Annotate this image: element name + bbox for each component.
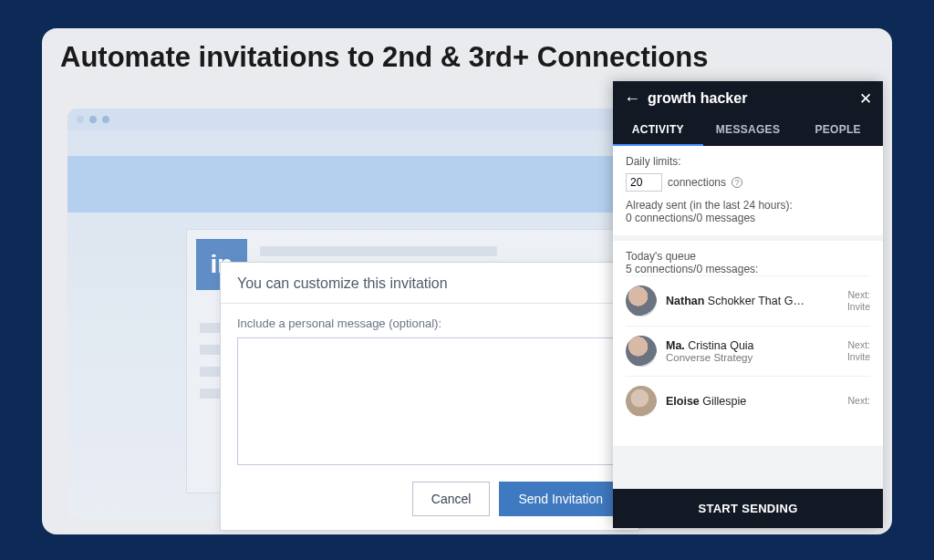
start-sending-button[interactable]: START SENDING <box>613 489 883 528</box>
window-dot <box>77 116 84 123</box>
tab-people[interactable]: PEOPLE <box>793 114 883 146</box>
limits-unit: connections <box>668 176 726 189</box>
placeholder-line <box>260 246 497 256</box>
queue-item-next: Next: Invite <box>847 339 870 363</box>
tab-activity[interactable]: ACTIVITY <box>613 114 703 146</box>
avatar <box>626 386 657 417</box>
back-arrow-icon[interactable]: ← <box>624 90 640 107</box>
already-sent-value: 0 connections/0 messages <box>626 212 870 224</box>
close-icon[interactable]: ✕ <box>859 91 872 107</box>
queue-item-name: Nathan Schokker That G… <box>666 295 838 307</box>
avatar <box>626 285 657 316</box>
cancel-button[interactable]: Cancel <box>412 482 491 516</box>
modal-title: You can customize this invitation <box>221 263 638 304</box>
personal-message-textarea[interactable] <box>237 337 622 465</box>
already-sent-label: Already sent (in the last 24 hours): <box>626 199 870 212</box>
send-invitation-button[interactable]: Send Invitation <box>499 482 622 516</box>
window-dot <box>89 116 97 123</box>
queue-label: Today's queue <box>626 250 870 263</box>
avatar <box>626 336 657 367</box>
queue-item-name: Eloise Gillespie <box>666 395 838 408</box>
limits-section: Daily limits: connections ? Already sent… <box>613 146 883 235</box>
panel-header-area: ← growth hacker ✕ ACTIVITY MESSAGES PEOP… <box>613 81 883 146</box>
queue-item-next: Next: <box>847 395 870 407</box>
connections-limit-input[interactable] <box>626 173 662 192</box>
message-field-label: Include a personal message (optional): <box>237 316 622 330</box>
page-title: Automate invitations to 2nd & 3rd+ Conne… <box>60 41 708 74</box>
modal-footer: Cancel Send Invitation <box>221 482 638 529</box>
info-icon[interactable]: ? <box>732 177 742 188</box>
tab-messages[interactable]: MESSAGES <box>703 114 794 146</box>
queue-item-next: Next: Invite <box>847 289 870 313</box>
queue-item-subtitle: Converse Strategy <box>666 352 838 363</box>
customize-invitation-modal: You can customize this invitation Includ… <box>220 262 639 531</box>
panel-body: Daily limits: connections ? Already sent… <box>613 146 883 489</box>
queue-item[interactable]: Nathan Schokker That G… Next: Invite <box>626 275 870 326</box>
queue-summary: 5 connections/0 messages: <box>626 263 870 275</box>
queue-item[interactable]: Eloise Gillespie Next: <box>626 376 870 417</box>
panel-title: growth hacker <box>648 90 852 107</box>
queue-item-name: Ma. Cristina Quia <box>666 339 838 352</box>
feature-card: Automate invitations to 2nd & 3rd+ Conne… <box>42 28 892 534</box>
queue-section: Today's queue 5 connections/0 messages: … <box>613 241 883 446</box>
queue-item[interactable]: Ma. Cristina Quia Converse Strategy Next… <box>626 326 870 376</box>
window-dot <box>102 116 109 123</box>
tab-bar: ACTIVITY MESSAGES PEOPLE <box>613 114 883 146</box>
daily-limits-label: Daily limits: <box>626 155 870 168</box>
extension-panel: ← growth hacker ✕ ACTIVITY MESSAGES PEOP… <box>613 81 883 528</box>
modal-body: Include a personal message (optional): <box>221 304 638 482</box>
